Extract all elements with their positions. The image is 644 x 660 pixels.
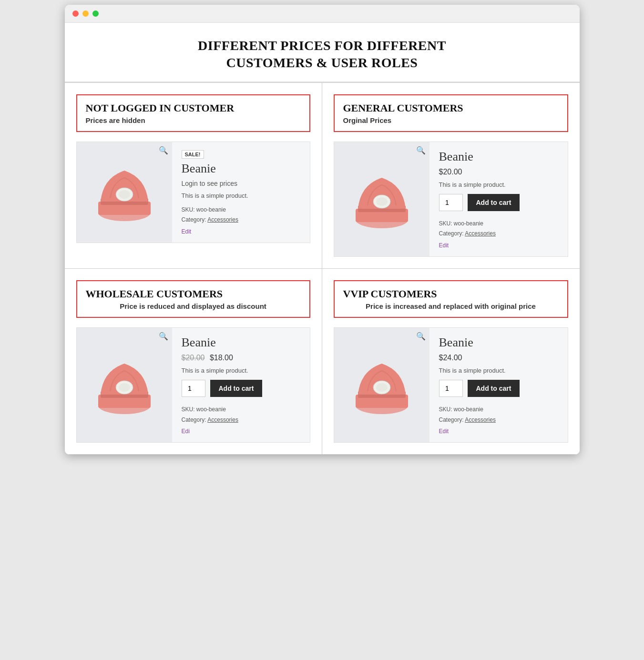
category-link-4[interactable]: Accessories	[465, 416, 496, 423]
description-2: This is a simple product.	[439, 181, 558, 188]
product-card-vvip: 🔍 Beanie	[334, 327, 568, 443]
product-card-not-logged-in: 🔍 SALE!	[76, 142, 310, 243]
page-title-section: DIFFERENT PRICES FOR DIFFERENT CUSTOMERS…	[65, 23, 580, 82]
edit-link-1[interactable]: Edit	[182, 228, 300, 235]
zoom-icon-1[interactable]: 🔍	[159, 146, 168, 155]
role-subtitle-vvip: Price is increased and replaced with ori…	[343, 302, 559, 310]
quadrant-not-logged-in: NOT LOGGED IN CUSTOMER Prices are hidden…	[65, 83, 322, 269]
browser-content: DIFFERENT PRICES FOR DIFFERENT CUSTOMERS…	[65, 23, 580, 455]
login-to-see-prices: Login to see prices	[182, 180, 300, 187]
beanie-image-3	[89, 349, 160, 421]
close-button[interactable]	[72, 10, 79, 17]
page-title: DIFFERENT PRICES FOR DIFFERENT CUSTOMERS…	[74, 37, 570, 72]
qty-input-2[interactable]	[439, 194, 463, 211]
price-vvip: $24.00	[439, 354, 558, 362]
price-wholesale: $20.00 $18.00	[182, 354, 300, 362]
sale-badge-1: SALE!	[182, 150, 204, 159]
quadrant-general-customers: GENERAL CUSTOMERS Orginal Prices 🔍	[322, 83, 580, 269]
svg-point-14	[119, 383, 130, 392]
product-info-1: SALE! Beanie Login to see prices This is…	[172, 142, 310, 243]
product-info-2: Beanie $20.00 This is a simple product. …	[429, 142, 568, 256]
role-title-wholesale: WHOLESALE CUSTOMERS	[86, 288, 301, 300]
product-card-general: 🔍 Beanie	[334, 142, 568, 257]
role-subtitle-wholesale: Price is reduced and displayed as discou…	[86, 302, 301, 310]
zoom-icon-3[interactable]: 🔍	[159, 332, 168, 341]
category-link-3[interactable]: Accessories	[207, 416, 238, 423]
browser-titlebar	[65, 5, 580, 23]
meta-info-4: SKU: woo-beanie Category: Accessories	[439, 405, 558, 425]
product-name-3: Beanie	[182, 335, 300, 350]
edit-link-2[interactable]: Edit	[439, 242, 558, 249]
product-card-wholesale: 🔍 Beanie	[76, 327, 310, 443]
svg-point-4	[119, 190, 130, 199]
zoom-icon-4[interactable]: 🔍	[416, 332, 426, 341]
role-label-wholesale: WHOLESALE CUSTOMERS Price is reduced and…	[76, 280, 310, 318]
zoom-icon-2[interactable]: 🔍	[416, 146, 426, 155]
beanie-image-4	[346, 349, 418, 421]
add-to-cart-button-4[interactable]: Add to cart	[468, 380, 520, 397]
product-image-area-1: 🔍	[77, 142, 172, 243]
browser-window: DIFFERENT PRICES FOR DIFFERENT CUSTOMERS…	[65, 5, 580, 455]
edit-link-4[interactable]: Edit	[439, 428, 558, 435]
add-to-cart-button-3[interactable]: Add to cart	[210, 380, 263, 397]
svg-point-19	[376, 383, 388, 392]
add-to-cart-row-4: Add to cart	[439, 380, 558, 397]
quadrant-wholesale-customers: WHOLESALE CUSTOMERS Price is reduced and…	[65, 269, 322, 455]
price-general: $20.00	[439, 168, 558, 176]
add-to-cart-button-2[interactable]: Add to cart	[468, 194, 520, 211]
price-sale-wholesale: $18.00	[210, 354, 233, 362]
product-name-1: Beanie	[182, 162, 300, 176]
category-link-2[interactable]: Accessories	[465, 230, 496, 237]
meta-info-2: SKU: woo-beanie Category: Accessories	[439, 219, 558, 239]
svg-point-9	[376, 197, 388, 206]
product-image-area-4: 🔍	[334, 328, 429, 442]
product-name-2: Beanie	[439, 150, 558, 164]
qty-input-3[interactable]	[182, 380, 205, 397]
meta-info-3: SKU: woo-beanie Category: Accessories	[182, 405, 300, 425]
role-title-general: GENERAL CUSTOMERS	[343, 102, 559, 114]
role-label-not-logged-in: NOT LOGGED IN CUSTOMER Prices are hidden	[76, 94, 310, 132]
role-title-vvip: VVIP CUSTOMERS	[343, 288, 559, 300]
quadrant-grid: NOT LOGGED IN CUSTOMER Prices are hidden…	[65, 82, 580, 455]
edit-link-3[interactable]: Edi	[182, 428, 300, 435]
product-image-area-3: 🔍	[77, 328, 172, 442]
description-4: This is a simple product.	[439, 367, 558, 374]
category-link-1[interactable]: Accessories	[207, 216, 238, 223]
add-to-cart-row-3: Add to cart	[182, 380, 300, 397]
maximize-button[interactable]	[92, 10, 99, 17]
role-label-general: GENERAL CUSTOMERS Orginal Prices	[334, 94, 568, 132]
product-info-4: Beanie $24.00 This is a simple product. …	[429, 328, 568, 442]
minimize-button[interactable]	[82, 10, 89, 17]
role-label-vvip: VVIP CUSTOMERS Price is increased and re…	[334, 280, 568, 318]
role-title-not-logged-in: NOT LOGGED IN CUSTOMER	[86, 102, 301, 114]
beanie-image-1	[89, 156, 160, 228]
meta-info-1: SKU: woo-beanie Category: Accessories	[182, 205, 300, 225]
qty-input-4[interactable]	[439, 380, 463, 397]
product-name-4: Beanie	[439, 335, 558, 350]
quadrant-vvip-customers: VVIP CUSTOMERS Price is increased and re…	[322, 269, 580, 455]
traffic-lights	[72, 10, 99, 17]
add-to-cart-row-2: Add to cart	[439, 194, 558, 211]
role-subtitle-general: Orginal Prices	[343, 116, 559, 124]
product-image-area-2: 🔍	[334, 142, 429, 256]
product-info-3: Beanie $20.00 $18.00 This is a simple pr…	[172, 328, 310, 442]
price-original-wholesale: $20.00	[182, 354, 205, 362]
role-subtitle-not-logged-in: Prices are hidden	[86, 116, 301, 124]
description-1: This is a simple product.	[182, 192, 300, 199]
description-3: This is a simple product.	[182, 367, 300, 374]
beanie-image-2	[346, 163, 418, 235]
